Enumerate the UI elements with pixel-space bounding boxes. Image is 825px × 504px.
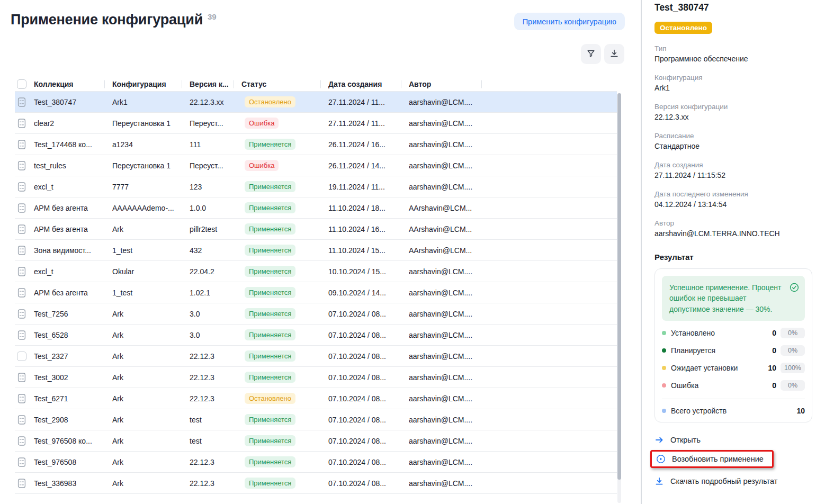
created-date-cell: 07.10.2024 / 08...: [328, 394, 409, 403]
row-leading-cell: [15, 457, 34, 467]
total-devices-dot: [662, 409, 666, 413]
version-cell: 111: [190, 140, 241, 149]
table-row[interactable]: Test_6271Ark22.12.3Остановлено07.10.2024…: [15, 388, 617, 409]
status-cell: Применяется: [241, 435, 328, 446]
configuration-cell: Переустановка 1: [112, 161, 190, 170]
table-row[interactable]: Test_2908ArktestПрименяется07.10.2024 / …: [15, 409, 617, 430]
detail-field: Версия конфигурации22.12.3.xx: [654, 103, 812, 121]
table-row[interactable]: excl_t7777123Применяется19.11.2024 / 11.…: [15, 176, 617, 197]
author-cell: aarshavin@LCM....: [409, 161, 482, 170]
action-download[interactable]: Скачать подробный результат: [654, 476, 777, 486]
created-date-cell: 07.10.2024 / 08...: [328, 331, 409, 339]
apply-configuration-button[interactable]: Применить конфигурацию: [514, 13, 625, 30]
created-date-cell: 26.11.2024 / 16...: [328, 140, 409, 149]
field-value: 04.12.2024 / 13:14:54: [654, 200, 812, 209]
status-badge: Применяется: [245, 329, 295, 340]
author-cell: aarshavin@LCM....: [409, 479, 482, 488]
collection-card-icon: [17, 203, 34, 213]
field-label: Тип: [654, 44, 812, 52]
status-cell: Применяется: [241, 266, 328, 277]
column-header-4[interactable]: Статус: [241, 77, 328, 91]
table-row[interactable]: excl_tOkular22.04.2Применяется10.10.2024…: [15, 261, 617, 282]
action-arrow-right[interactable]: Открыть: [654, 435, 701, 445]
stat-percent-chip: 0%: [781, 345, 805, 356]
status-badge: Применяется: [245, 266, 295, 277]
column-header-3[interactable]: Версия к...: [190, 77, 241, 91]
table-row[interactable]: Test_2327Ark22.12.3Применяется07.10.2024…: [15, 346, 617, 367]
result-heading: Результат: [654, 253, 812, 262]
status-badge: Применяется: [245, 414, 295, 425]
status-cell: Применяется: [241, 414, 328, 425]
collection-cell: test_rules: [34, 161, 112, 170]
table-row[interactable]: Test_336983Ark22.12.3Применяется07.10.20…: [15, 473, 617, 494]
collection-card-icon: [17, 97, 34, 107]
detail-field: КонфигурацияArk1: [654, 74, 812, 92]
table-row[interactable]: Test_174468 ко...a1234111Применяется26.1…: [15, 134, 617, 155]
status-badge: Применяется: [245, 287, 295, 298]
detail-field: Дата создания27.11.2024 / 11:15:52: [654, 161, 812, 179]
detail-field: Дата последнего изменения04.12.2024 / 13…: [654, 190, 812, 209]
author-cell: aarshavin@LCM....: [409, 119, 482, 128]
author-cell: aarshavin@LCM....: [409, 267, 482, 276]
author-cell: aarshavin@LCM....: [409, 140, 482, 149]
table-row[interactable]: Test_976508Ark22.12.3Применяется07.10.20…: [15, 452, 617, 473]
table-row[interactable]: Test_6528Ark3.0Применяется07.10.2024 / 0…: [15, 325, 617, 346]
column-divider: [182, 80, 182, 88]
select-all-checkbox[interactable]: [17, 79, 26, 89]
table-row[interactable]: АРМ без агента1_test1.02.1Применяется09.…: [15, 282, 617, 303]
version-cell: 22.12.3.xx: [190, 98, 241, 106]
collection-cell: Test_7256: [34, 310, 112, 318]
table-row[interactable]: clear2Переустановка 1Переуст...Ошибка27.…: [15, 113, 617, 134]
download-icon: [609, 49, 619, 60]
result-card: Успешное применение. Процент ошибок не п…: [654, 268, 812, 422]
status-badge: Ошибка: [245, 118, 279, 129]
status-badge: Применяется: [245, 223, 295, 235]
table-row[interactable]: test_rulesПереустановка 1Переуст...Ошибк…: [15, 155, 617, 176]
version-cell: pillr2test: [190, 225, 241, 233]
page-title-text: Применение конфигураций: [11, 12, 203, 28]
status-cell: Применяется: [241, 372, 328, 383]
column-header-6[interactable]: Автор: [409, 77, 482, 91]
row-checkbox[interactable]: [17, 352, 26, 361]
table-row[interactable]: АРМ без агентаArkpillr2testПрименяется11…: [15, 219, 617, 240]
column-divider: [104, 80, 105, 88]
table-row[interactable]: Test_3002Ark22.12.3Применяется07.10.2024…: [15, 367, 617, 388]
table-body: Test_380747Ark122.12.3.xxОстановлено27.1…: [15, 92, 617, 494]
field-value: 22.12.3.xx: [654, 113, 812, 121]
column-header-1[interactable]: Коллекция: [34, 77, 112, 91]
row-leading-cell: [15, 97, 34, 107]
version-cell: 22.04.2: [190, 267, 241, 276]
status-cell: Применяется: [241, 181, 328, 192]
status-cell: Применяется: [241, 245, 328, 256]
collection-cell: excl_t: [34, 267, 112, 276]
created-date-cell: 11.10.2024 / 16...: [328, 225, 409, 233]
collection-cell: Test_976508: [34, 458, 112, 466]
result-message-text: Успешное применение. Процент ошибок не п…: [669, 282, 785, 314]
export-button[interactable]: [604, 44, 624, 64]
author-cell: aarshavin@LCM....: [409, 352, 482, 361]
table-row[interactable]: Зона видимост...1_test432Применяется11.1…: [15, 240, 617, 261]
table-row[interactable]: Test_380747Ark122.12.3.xxОстановлено27.1…: [15, 92, 617, 113]
column-header-5[interactable]: Дата создания: [328, 77, 409, 91]
collection-card-icon: [17, 415, 34, 425]
created-date-cell: 27.11.2024 / 11...: [328, 98, 409, 106]
action-play-circle[interactable]: Возобновить применение: [650, 450, 774, 468]
play-circle-icon: [656, 454, 666, 464]
table-scrollbar-thumb[interactable]: [617, 93, 621, 480]
column-header-2[interactable]: Конфигурация: [112, 77, 190, 91]
column-divider: [401, 80, 401, 88]
configuration-cell: Переустановка 1: [112, 119, 190, 128]
collection-card-icon: [17, 118, 34, 129]
filter-button[interactable]: [581, 44, 601, 64]
header-empty-cell: [482, 77, 617, 91]
table-row[interactable]: Test_7256Ark3.0Применяется07.10.2024 / 0…: [15, 303, 617, 325]
action-label: Возобновить применение: [672, 455, 764, 463]
items-count: 39: [208, 12, 217, 21]
status-cell: Применяется: [241, 329, 328, 340]
table-row[interactable]: АРМ без агентаAAAAAAAdemo-...1.0.0Примен…: [15, 197, 617, 219]
author-cell: aarshavin@LCM....: [409, 373, 482, 382]
collection-cell: Test_336983: [34, 479, 112, 488]
total-devices-value: 10: [796, 407, 805, 415]
field-label: Автор: [654, 219, 812, 227]
table-row[interactable]: Test_976508 ко...ArktestПрименяется07.10…: [15, 430, 617, 452]
